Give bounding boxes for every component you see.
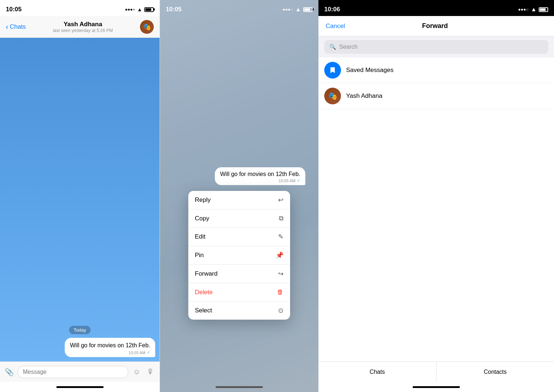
home-bar-3 xyxy=(413,386,460,388)
home-bar-1 xyxy=(56,386,104,388)
tab-contacts[interactable]: Contacts xyxy=(437,362,554,382)
yash-avatar: 🎭 xyxy=(324,88,341,104)
ctx-message-meta: 10:05 AM ✓ xyxy=(220,178,300,183)
context-menu-panel: 10:05 ●●●○ ▲ Will go for movies on 12th … xyxy=(160,0,318,392)
home-bar-2 xyxy=(216,386,263,388)
home-indicator-2 xyxy=(160,382,318,392)
ctx-select[interactable]: Select ⊙ xyxy=(188,301,290,320)
forward-panel: 10:06 ●●●○ ▲ Cancel Forward 🔍 Search xyxy=(318,0,554,392)
yash-name-label: Yash Adhana xyxy=(346,92,382,100)
message-input[interactable] xyxy=(17,366,128,378)
ctx-delete-icon: 🗑 xyxy=(277,288,284,296)
ctx-message-text: Will go for movies on 12th Feb. xyxy=(220,171,300,177)
search-bar-container: 🔍 Search xyxy=(318,36,554,57)
tab-chats[interactable]: Chats xyxy=(318,362,437,382)
today-badge: Today xyxy=(69,326,91,334)
tab-chats-label: Chats xyxy=(370,369,385,375)
ctx-pin[interactable]: Pin 📌 xyxy=(188,246,290,265)
attachment-button[interactable]: 📎 xyxy=(4,367,15,377)
forward-header: Cancel Forward xyxy=(318,16,554,36)
back-chevron-icon: ‹ xyxy=(6,23,8,30)
chat-header-center: Yash Adhana last seen yesterday at 5:26 … xyxy=(26,21,140,33)
signal-icon-3: ●●●○ xyxy=(518,7,529,12)
yash-adhana-item[interactable]: 🎭 Yash Adhana xyxy=(318,83,554,109)
battery-icon-3 xyxy=(539,7,548,12)
wifi-icon: ▲ xyxy=(137,7,142,12)
ctx-select-label: Select xyxy=(195,307,212,314)
chat-body: Today Will go for movies on 12th Feb. 10… xyxy=(0,38,160,361)
battery-icon xyxy=(144,7,154,12)
ctx-forward[interactable]: Forward ↪ xyxy=(188,265,290,283)
panel2-content: Will go for movies on 12th Feb. 10:05 AM… xyxy=(160,0,318,392)
ctx-delete[interactable]: Delete 🗑 xyxy=(188,283,290,301)
home-indicator-3 xyxy=(318,382,554,392)
context-menu: Reply ↩ Copy ⧉ Edit ✎ Pin 📌 Forward ↪ De… xyxy=(188,191,290,320)
forward-bottom-tabs: Chats Contacts xyxy=(318,361,554,382)
ctx-message-bubble: Will go for movies on 12th Feb. 10:05 AM… xyxy=(215,167,305,185)
contact-status: last seen yesterday at 5:26 PM xyxy=(26,28,140,33)
status-icons-1: ▲ xyxy=(125,7,154,12)
back-button[interactable]: ‹ Chats xyxy=(6,23,26,31)
microphone-button[interactable]: 🎙 xyxy=(145,367,156,377)
ctx-reply-label: Reply xyxy=(195,196,210,204)
contact-name: Yash Adhana xyxy=(26,21,140,28)
ctx-select-icon: ⊙ xyxy=(278,307,284,315)
back-label[interactable]: Chats xyxy=(10,23,26,31)
ctx-check-icon: ✓ xyxy=(297,178,300,183)
status-icons-3: ●●●○ ▲ xyxy=(518,6,548,13)
wifi-icon-3: ▲ xyxy=(531,6,537,13)
status-time-3: 10:06 xyxy=(324,6,340,13)
emoji-button[interactable]: ☺ xyxy=(131,367,142,377)
search-bar[interactable]: 🔍 Search xyxy=(324,40,548,54)
message-bubble: Will go for movies on 12th Feb. 10:05 AM… xyxy=(65,338,155,357)
message-meta: 10:05 AM ✓ xyxy=(70,350,150,355)
ctx-copy[interactable]: Copy ⧉ xyxy=(188,209,290,228)
ctx-copy-icon: ⧉ xyxy=(279,215,284,222)
message-text: Will go for movies on 12th Feb. xyxy=(70,341,150,349)
ctx-forward-label: Forward xyxy=(195,270,217,277)
ctx-pin-icon: 📌 xyxy=(276,251,284,259)
chat-header: ‹ Chats Yash Adhana last seen yesterday … xyxy=(0,16,160,38)
saved-messages-item[interactable]: Saved Messages xyxy=(318,57,554,83)
ctx-pin-label: Pin xyxy=(195,252,204,259)
forward-contact-list: Saved Messages 🎭 Yash Adhana xyxy=(318,57,554,361)
home-indicator-1 xyxy=(0,382,160,392)
saved-messages-label: Saved Messages xyxy=(346,67,393,74)
status-time-1: 10:05 xyxy=(6,6,21,13)
ctx-edit[interactable]: Edit ✎ xyxy=(188,228,290,246)
ctx-edit-label: Edit xyxy=(195,233,205,240)
message-check-icon: ✓ xyxy=(147,350,150,355)
ctx-reply[interactable]: Reply ↩ xyxy=(188,191,290,209)
contact-avatar[interactable]: 🎭 xyxy=(140,20,154,34)
ctx-edit-icon: ✎ xyxy=(278,233,284,241)
search-icon: 🔍 xyxy=(329,44,336,50)
ctx-forward-icon: ↪ xyxy=(278,270,284,278)
message-time: 10:05 AM xyxy=(129,351,145,355)
saved-messages-avatar xyxy=(324,62,341,79)
ctx-delete-label: Delete xyxy=(195,289,213,296)
status-bar-1: 10:05 ▲ xyxy=(0,0,160,16)
search-placeholder: Search xyxy=(339,44,358,50)
chat-input-bar: 📎 ☺ 🎙 xyxy=(0,361,160,382)
signal-icon xyxy=(125,9,135,11)
ctx-message-container: Will go for movies on 12th Feb. 10:05 AM… xyxy=(160,167,318,187)
ctx-copy-label: Copy xyxy=(195,215,209,222)
status-bar-3: 10:06 ●●●○ ▲ xyxy=(318,0,554,16)
ctx-reply-icon: ↩ xyxy=(278,196,284,204)
ctx-message-time: 10:05 AM xyxy=(279,179,296,183)
chat-panel: 10:05 ▲ ‹ Chats Yash Adhana last seen ye… xyxy=(0,0,160,392)
bookmark-icon xyxy=(328,66,337,75)
tab-contacts-label: Contacts xyxy=(484,369,507,375)
forward-title: Forward xyxy=(422,22,448,30)
cancel-button[interactable]: Cancel xyxy=(326,23,345,30)
